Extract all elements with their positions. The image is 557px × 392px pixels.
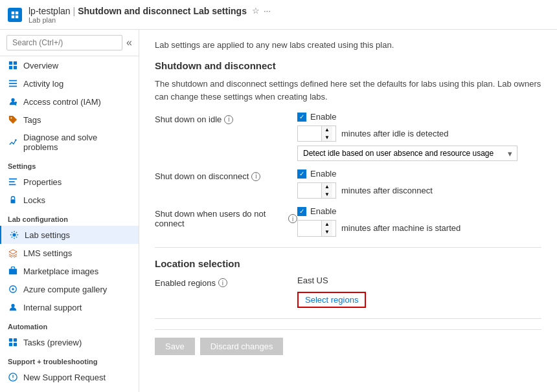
svg-rect-6 [9, 66, 12, 69]
settings-section-label: Settings [0, 156, 139, 173]
shutdown-idle-minutes-row: 15 ▲ ▼ minutes after idle is detected [297, 125, 517, 142]
svg-rect-28 [14, 343, 17, 346]
shutdown-idle-minutes-input[interactable]: 15 [298, 127, 321, 140]
sidebar-item-internal-support[interactable]: Internal support [0, 298, 139, 316]
sidebar-item-activity-log[interactable]: Activity log [0, 74, 139, 93]
new-support-icon [8, 372, 18, 382]
lab-settings-icon [9, 230, 19, 240]
shutdown-no-connect-checkbox[interactable] [297, 207, 306, 216]
shutdown-idle-spinner: 15 ▲ ▼ [297, 125, 336, 142]
shutdown-no-connect-row: Shut down when users do not connect i En… [155, 206, 541, 236]
shutdown-no-connect-info-icon[interactable]: i [288, 214, 297, 223]
shutdown-no-connect-minutes-input[interactable]: 15 [298, 221, 321, 235]
azure-compute-icon [8, 284, 18, 294]
shutdown-idle-row: Shut down on idle i Enable 15 ▲ ▼ [155, 112, 541, 161]
enabled-regions-value: East US [297, 276, 366, 285]
shutdown-idle-increment[interactable]: ▲ [322, 126, 332, 134]
shutdown-idle-info-icon[interactable]: i [224, 115, 233, 124]
svg-rect-27 [9, 343, 12, 346]
discard-changes-button[interactable]: Discard changes [200, 338, 284, 355]
sidebar-item-locks[interactable]: Locks [0, 191, 139, 209]
sidebar-item-diagnose-label: Diagnose and solve problems [23, 133, 131, 152]
shutdown-disconnect-checkbox[interactable] [297, 169, 306, 179]
lms-settings-icon [8, 248, 18, 258]
shutdown-no-connect-minutes-label: minutes after machine is started [341, 223, 460, 233]
shutdown-disconnect-decrement[interactable]: ▼ [322, 191, 332, 199]
sidebar-item-new-support-label: New Support Request [23, 373, 106, 382]
enabled-regions-control: East US Select regions [297, 276, 366, 308]
shutdown-idle-label: Shut down on idle i [155, 112, 297, 124]
separator: | [73, 6, 76, 16]
sidebar-item-lms-settings[interactable]: LMS settings [0, 244, 139, 262]
footer-divider [155, 318, 541, 319]
sidebar-item-new-support[interactable]: New Support Request [0, 368, 139, 386]
shutdown-idle-checkbox[interactable] [297, 113, 306, 122]
shutdown-disconnect-minutes-row: 0 ▲ ▼ minutes after disconnect [297, 182, 433, 199]
internal-support-icon [8, 302, 18, 312]
svg-rect-4 [9, 61, 12, 65]
search-input[interactable] [6, 35, 122, 50]
shutdown-idle-dropdown-row: Detect idle based on user absence and re… [297, 146, 517, 161]
sidebar-item-tasks[interactable]: Tasks (preview) [0, 333, 139, 351]
shutdown-disconnect-enable-row: Enable [297, 169, 433, 179]
page-title: Shutdown and disconnect [78, 6, 190, 16]
shutdown-idle-dropdown[interactable]: Detect idle based on user absence and re… [297, 146, 517, 161]
locks-icon [8, 195, 18, 205]
shutdown-idle-control: Enable 15 ▲ ▼ minutes after idle is dete… [297, 112, 517, 161]
sidebar-item-marketplace-images[interactable]: Marketplace images [0, 262, 139, 280]
shutdown-section-title: Shutdown and disconnect [155, 60, 541, 74]
lab-config-section-label: Lab configuration [0, 209, 139, 226]
shutdown-no-connect-spinner: 15 ▲ ▼ [297, 220, 336, 236]
svg-rect-10 [9, 86, 17, 87]
sidebar-item-azure-compute-label: Azure compute gallery [23, 285, 107, 294]
shutdown-no-connect-label: Shut down when users do not connect i [155, 206, 297, 228]
sidebar-item-azure-compute[interactable]: Azure compute gallery [0, 280, 139, 298]
main-content: Lab settings are applied to any new labs… [139, 30, 557, 392]
star-icon[interactable]: ☆ [252, 6, 260, 16]
shutdown-disconnect-row: Shut down on disconnect i Enable 0 ▲ ▼ [155, 169, 541, 199]
sidebar-item-marketplace-images-label: Marketplace images [23, 267, 98, 276]
svg-point-12 [15, 102, 17, 104]
diagnose-icon [8, 137, 18, 147]
shutdown-no-connect-increment[interactable]: ▲ [322, 221, 332, 228]
sidebar-item-lab-settings-label: Lab settings [25, 230, 70, 240]
shutdown-idle-decrement[interactable]: ▼ [322, 134, 332, 142]
svg-rect-19 [11, 199, 16, 203]
shutdown-no-connect-control: Enable 15 ▲ ▼ minutes after machine is s… [297, 206, 460, 236]
sidebar-item-access-control-label: Access control (IAM) [23, 97, 101, 107]
sidebar-item-internal-support-label: Internal support [23, 303, 82, 312]
sidebar-item-lab-settings[interactable]: Lab settings [0, 226, 139, 244]
sidebar-item-overview[interactable]: Overview [0, 56, 139, 74]
automation-section-label: Automation [0, 316, 139, 333]
tags-icon [8, 114, 18, 125]
sidebar-item-access-control[interactable]: Access control (IAM) [0, 93, 139, 111]
enabled-regions-info-icon[interactable]: i [218, 278, 227, 287]
sidebar-item-tags[interactable]: Tags [0, 111, 139, 129]
shutdown-disconnect-control: Enable 0 ▲ ▼ minutes after disconnect [297, 169, 433, 199]
collapse-button[interactable]: « [126, 37, 132, 49]
svg-rect-7 [14, 66, 17, 69]
shutdown-disconnect-info-icon[interactable]: i [251, 172, 260, 181]
more-icon[interactable]: ··· [264, 6, 271, 16]
footer-buttons: Save Discard changes [155, 329, 541, 355]
shutdown-disconnect-minutes-input[interactable]: 0 [298, 184, 321, 197]
shutdown-no-connect-decrement[interactable]: ▼ [322, 228, 332, 236]
enabled-regions-row: Enabled regions i East US Select regions [155, 276, 541, 308]
sidebar-item-lms-settings-label: LMS settings [23, 248, 72, 258]
svg-point-11 [11, 98, 14, 102]
select-regions-button[interactable]: Select regions [297, 292, 366, 308]
shutdown-disconnect-arrows: ▲ ▼ [321, 183, 332, 198]
breadcrumb-plan: lp-testplan [28, 6, 71, 16]
page-title-text: Lab settings [193, 6, 246, 16]
svg-rect-3 [16, 15, 18, 17]
shutdown-disconnect-increment[interactable]: ▲ [322, 183, 332, 191]
svg-rect-9 [9, 83, 17, 84]
app-icon [8, 8, 22, 22]
sidebar-item-diagnose[interactable]: Diagnose and solve problems [0, 129, 139, 156]
save-button[interactable]: Save [155, 338, 195, 355]
content-top-description: Lab settings are applied to any new labs… [155, 40, 541, 50]
svg-rect-0 [12, 11, 14, 14]
shutdown-idle-enable-row: Enable [297, 112, 517, 122]
sidebar-item-properties[interactable]: Properties [0, 173, 139, 191]
enabled-regions-label: Enabled regions i [155, 276, 297, 288]
